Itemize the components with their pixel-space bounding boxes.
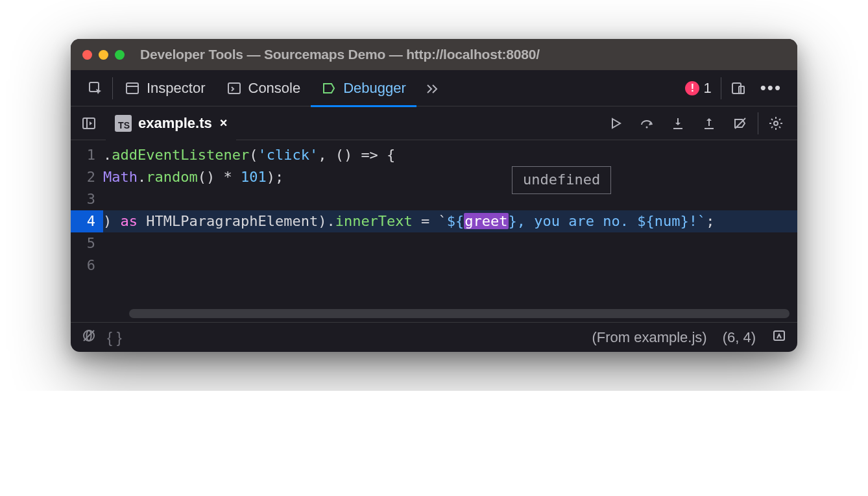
error-count: 1 xyxy=(703,80,711,97)
tab-debugger-label: Debugger xyxy=(343,80,406,97)
tab-inspector-label: Inspector xyxy=(147,80,206,97)
value-tooltip: undefined xyxy=(512,166,611,194)
close-window-button[interactable] xyxy=(82,50,92,60)
minimize-window-button[interactable] xyxy=(99,50,108,60)
code-content[interactable]: .addEventListener('click', () => { xyxy=(103,144,408,166)
separator xyxy=(721,77,721,99)
horizontal-scrollbar[interactable] xyxy=(129,309,790,318)
svg-point-14 xyxy=(774,121,778,125)
separator xyxy=(758,112,758,134)
typescript-icon: TS xyxy=(115,115,132,132)
blackbox-icon[interactable] xyxy=(81,328,97,347)
deactivate-breakpoints-button[interactable] xyxy=(725,110,755,136)
step-out-button[interactable] xyxy=(694,110,724,136)
tab-console-label: Console xyxy=(248,80,301,97)
line-number[interactable]: 5 xyxy=(71,232,103,254)
source-editor[interactable]: 1.addEventListener('click', () => {2Math… xyxy=(71,140,797,322)
line-number[interactable]: 4 xyxy=(71,210,103,232)
code-line[interactable]: 2Math.random() * 101); xyxy=(71,166,797,188)
svg-rect-1 xyxy=(127,83,138,93)
svg-point-8 xyxy=(646,126,648,128)
tab-debugger[interactable]: Debugger xyxy=(311,70,416,106)
step-in-button[interactable] xyxy=(663,110,693,136)
panel-toolbar: Inspector Console Debugger ! 1 ••• xyxy=(71,70,797,106)
sourcemap-origin: (From example.js) xyxy=(592,329,706,346)
code-content[interactable]: Math.random() * 101); xyxy=(103,166,296,188)
source-tab-row: TS example.ts × xyxy=(71,106,797,140)
source-map-toggle-icon[interactable] xyxy=(771,328,787,347)
error-indicator[interactable]: ! 1 xyxy=(677,80,719,97)
code-line[interactable]: 1.addEventListener('click', () => { xyxy=(71,144,797,166)
line-number[interactable]: 6 xyxy=(71,254,103,277)
maximize-window-button[interactable] xyxy=(115,50,125,60)
responsive-mode-button[interactable] xyxy=(723,70,754,106)
svg-rect-6 xyxy=(83,118,95,129)
resume-button[interactable] xyxy=(601,110,631,136)
close-tab-button[interactable]: × xyxy=(220,116,228,130)
devtools-window: Developer Tools — Sourcemaps Demo — http… xyxy=(71,39,797,352)
svg-rect-4 xyxy=(732,83,741,93)
code-line[interactable]: 6 xyxy=(71,254,797,277)
status-bar: { } (From example.js) (6, 4) xyxy=(71,322,797,352)
tab-inspector[interactable]: Inspector xyxy=(114,70,216,106)
file-tab-example-ts[interactable]: TS example.ts × xyxy=(106,106,236,140)
line-number[interactable]: 1 xyxy=(71,144,103,166)
window-title: Developer Tools — Sourcemaps Demo — http… xyxy=(140,47,540,62)
line-number[interactable]: 3 xyxy=(71,188,103,210)
traffic-lights xyxy=(82,50,125,60)
svg-rect-3 xyxy=(228,83,240,93)
file-tab-label: example.ts xyxy=(138,115,212,132)
error-icon: ! xyxy=(685,81,699,95)
tab-console[interactable]: Console xyxy=(216,70,311,106)
code-content[interactable]: ) as HTMLParagraphElement).innerText = `… xyxy=(103,210,728,232)
cursor-position: (6, 4) xyxy=(723,329,756,346)
separator xyxy=(112,77,113,99)
devtools-menu-button[interactable]: ••• xyxy=(754,78,788,98)
debugger-settings-button[interactable] xyxy=(761,110,791,136)
code-line[interactable]: 4) as HTMLParagraphElement).innerText = … xyxy=(71,210,797,232)
line-number[interactable]: 2 xyxy=(71,166,103,188)
overflow-tabs-button[interactable] xyxy=(416,70,448,106)
debug-controls xyxy=(601,110,791,136)
titlebar: Developer Tools — Sourcemaps Demo — http… xyxy=(71,39,797,70)
pick-element-button[interactable] xyxy=(80,70,111,106)
code-line[interactable]: 3 xyxy=(71,188,797,210)
toggle-sources-pane-button[interactable] xyxy=(77,112,101,135)
code-line[interactable]: 5 xyxy=(71,232,797,254)
pretty-print-button[interactable]: { } xyxy=(107,329,122,347)
step-over-button[interactable] xyxy=(632,110,662,136)
